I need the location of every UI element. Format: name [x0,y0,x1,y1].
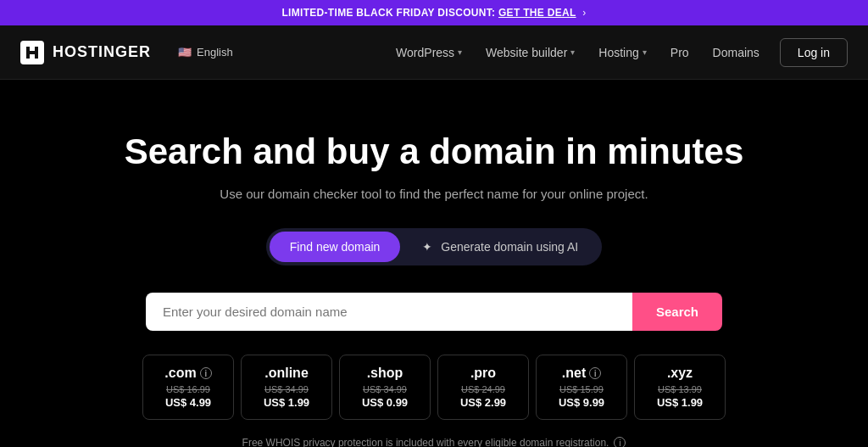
nav-domains-label: Domains [713,46,760,59]
sale-price: US$ 4.99 [157,396,220,409]
domain-extension: .xyz [648,366,711,381]
nav-hosting[interactable]: Hosting ▾ [588,39,656,66]
flag-icon: 🇺🇸 [178,46,192,59]
sale-price: US$ 2.99 [452,396,515,409]
search-area: Search [146,293,722,331]
logo-name: HOSTINGER [53,43,151,61]
info-icon: i [614,437,626,447]
info-icon: i [200,367,212,379]
ai-sparkle-icon: ✦ [422,240,432,254]
sale-price: US$ 9.99 [550,396,613,409]
hero-section: Search and buy a domain in minutes Use o… [0,80,868,447]
tab-group: Find new domain ✦ Generate domain using … [266,228,602,265]
svg-rect-2 [35,47,38,59]
tab-find-domain[interactable]: Find new domain [270,232,401,262]
banner-cta[interactable]: GET THE DEAL [498,7,576,19]
domain-extension: .shop [353,366,416,381]
original-price: US$ 34.99 [255,384,318,394]
tab-generate-domain[interactable]: ✦ Generate domain using AI [402,232,598,262]
domain-extension: .pro [452,366,515,381]
language-label: English [197,46,233,59]
nav-pro[interactable]: Pro [660,39,699,66]
nav-domains[interactable]: Domains [703,39,770,66]
domain-card[interactable]: .net i US$ 15.99 US$ 9.99 [536,355,627,420]
logo-icon [20,41,44,64]
generate-domain-label: Generate domain using AI [441,240,578,254]
search-button[interactable]: Search [632,293,722,331]
sale-price: US$ 0.99 [353,396,416,409]
domain-card[interactable]: .pro US$ 24.99 US$ 2.99 [437,355,529,420]
page-title: Search and buy a domain in minutes [17,131,851,173]
whois-notice: Free WHOIS privacy protection is include… [17,437,851,447]
domain-card[interactable]: .com i US$ 16.99 US$ 4.99 [142,355,234,420]
chevron-down-icon: ▾ [570,47,575,57]
domain-cards: .com i US$ 16.99 US$ 4.99 .online US$ 34… [17,355,851,420]
domain-extension: .online [255,366,318,381]
whois-text: Free WHOIS privacy protection is include… [242,437,609,447]
domain-card[interactable]: .shop US$ 34.99 US$ 0.99 [339,355,431,420]
nav-website-builder[interactable]: Website builder ▾ [476,39,585,66]
nav-links: WordPress ▾ Website builder ▾ Hosting ▾ … [386,38,848,67]
hero-subheading: Use our domain checker tool to find the … [17,187,851,201]
domain-extension: .com i [157,366,220,381]
domain-card[interactable]: .online US$ 34.99 US$ 1.99 [241,355,332,420]
original-price: US$ 13.99 [648,384,711,394]
sale-price: US$ 1.99 [255,396,318,409]
banner-arrow: › [582,7,586,19]
banner-prefix: LIMITED-TIME BLACK FRIDAY DISCOUNT: [281,7,495,19]
nav-website-builder-label: Website builder [486,46,567,59]
chevron-down-icon: ▾ [458,47,462,57]
domain-card[interactable]: .xyz US$ 13.99 US$ 1.99 [634,355,726,420]
find-domain-label: Find new domain [290,240,381,254]
info-icon: i [589,367,601,379]
login-button[interactable]: Log in [780,38,848,67]
promo-banner: LIMITED-TIME BLACK FRIDAY DISCOUNT: GET … [0,0,868,25]
chevron-down-icon: ▾ [643,47,647,57]
logo-area: HOSTINGER [20,41,151,64]
sale-price: US$ 1.99 [648,396,711,409]
original-price: US$ 15.99 [550,384,613,394]
language-selector[interactable]: 🇺🇸 English [178,46,233,59]
original-price: US$ 16.99 [157,384,220,394]
search-input[interactable] [146,293,632,331]
nav-hosting-label: Hosting [598,46,638,59]
nav-pro-label: Pro [670,46,689,59]
nav-wordpress[interactable]: WordPress ▾ [386,39,472,66]
navbar: HOSTINGER 🇺🇸 English WordPress ▾ Website… [0,25,868,80]
nav-wordpress-label: WordPress [396,46,454,59]
domain-extension: .net i [550,366,613,381]
original-price: US$ 24.99 [452,384,515,394]
original-price: US$ 34.99 [353,384,416,394]
